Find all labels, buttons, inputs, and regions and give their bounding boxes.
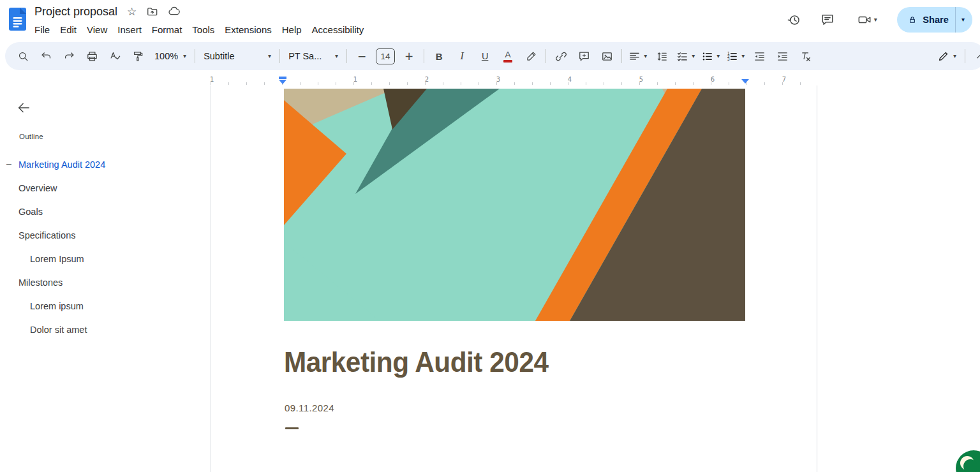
outline-heading: Outline bbox=[19, 133, 43, 140]
menu-item[interactable]: Format bbox=[147, 22, 188, 37]
version-history-button[interactable] bbox=[781, 6, 808, 33]
font-family-select[interactable]: PT Sa... ▾ bbox=[283, 46, 343, 66]
outline-item[interactable]: – Marketing Audit 2024 bbox=[19, 152, 204, 176]
ruler[interactable]: 1 1234567 bbox=[0, 75, 980, 85]
minus-icon: − bbox=[357, 51, 366, 62]
toolbar-separator bbox=[195, 49, 195, 63]
indent-decrease-icon bbox=[754, 50, 766, 63]
menubar: FileEditViewInsertFormatToolsExtensionsH… bbox=[29, 22, 369, 37]
menu-item[interactable]: Extensions bbox=[219, 22, 276, 37]
print-icon bbox=[86, 50, 98, 63]
checklist-icon bbox=[676, 50, 688, 63]
outline-item[interactable]: Dolor sit amet bbox=[30, 318, 204, 341]
add-comment-button[interactable] bbox=[572, 46, 595, 66]
decrease-font-size-button[interactable]: − bbox=[350, 46, 373, 66]
doc-title[interactable]: Project proposal bbox=[34, 5, 117, 18]
bold-icon: B bbox=[436, 51, 443, 62]
share-dropdown-button[interactable]: ▾ bbox=[956, 7, 972, 33]
paint-format-button[interactable] bbox=[126, 46, 149, 66]
comments-button[interactable] bbox=[814, 6, 841, 33]
meet-button[interactable]: ▾ bbox=[847, 6, 887, 33]
numbered-list-button[interactable]: 123 ▾ bbox=[723, 46, 748, 66]
comment-add-icon bbox=[578, 50, 590, 63]
undo-button[interactable] bbox=[34, 46, 57, 66]
cloud-status-icon[interactable] bbox=[168, 5, 181, 18]
pencil-icon bbox=[937, 50, 949, 63]
underline-button[interactable]: U bbox=[473, 46, 496, 66]
close-outline-button[interactable] bbox=[17, 101, 31, 115]
align-select[interactable]: ▾ bbox=[625, 46, 650, 66]
line-spacing-button[interactable] bbox=[650, 46, 673, 66]
plus-icon: + bbox=[405, 51, 413, 62]
back-arrow-icon bbox=[17, 101, 31, 115]
share-label: Share bbox=[923, 15, 949, 25]
menu-item[interactable]: View bbox=[82, 22, 112, 37]
outline-item-label: Goals bbox=[19, 207, 43, 217]
editing-mode-button[interactable]: ▾ bbox=[932, 46, 961, 66]
menu-item[interactable]: Accessibility bbox=[307, 22, 369, 37]
redo-button[interactable] bbox=[57, 46, 80, 66]
title-area: Project proposal ☆ FileEditViewInsertFor… bbox=[34, 3, 369, 37]
chevron-down-icon: ▾ bbox=[335, 53, 338, 59]
active-item-dash: – bbox=[6, 158, 11, 168]
outline-panel: Outline – Marketing Audit 2024 Overview … bbox=[0, 85, 210, 472]
document-divider-dash bbox=[285, 427, 299, 429]
star-icon[interactable]: ☆ bbox=[127, 6, 137, 17]
paragraph-style-select[interactable]: Subtitle ▾ bbox=[198, 46, 276, 66]
chevron-down-icon: ▾ bbox=[183, 53, 186, 59]
chevron-down-icon: ▾ bbox=[874, 17, 877, 23]
document-title[interactable]: Marketing Audit 2024 bbox=[284, 346, 548, 379]
font-size-input[interactable]: 14 bbox=[376, 48, 395, 64]
chevron-down-icon: ▾ bbox=[692, 53, 695, 59]
menu-item[interactable]: Edit bbox=[55, 22, 82, 37]
increase-indent-button[interactable] bbox=[771, 46, 794, 66]
menu-item[interactable]: Tools bbox=[187, 22, 219, 37]
menu-item[interactable]: Insert bbox=[112, 22, 147, 37]
text-color-button[interactable]: A bbox=[496, 46, 519, 66]
spellcheck-button[interactable] bbox=[103, 46, 126, 66]
move-folder-icon[interactable] bbox=[146, 6, 158, 18]
outline-item[interactable]: Lorem ipsum bbox=[30, 294, 204, 318]
highlight-color-button[interactable] bbox=[519, 46, 542, 66]
outline-list: – Marketing Audit 2024 Overview Goals Sp… bbox=[19, 152, 204, 341]
document-date[interactable]: 09.11.2024 bbox=[285, 402, 334, 413]
paint-roller-icon bbox=[132, 50, 144, 63]
outline-item[interactable]: Goals bbox=[19, 200, 204, 223]
toolbar-separator bbox=[346, 49, 347, 63]
outline-item[interactable]: Milestones bbox=[19, 270, 204, 294]
redo-icon bbox=[63, 50, 75, 63]
share-button[interactable]: Share ▾ bbox=[897, 7, 972, 33]
cover-image[interactable] bbox=[284, 89, 745, 321]
search-menus-button[interactable] bbox=[11, 46, 34, 66]
menu-item[interactable]: File bbox=[29, 22, 55, 37]
header-actions: ▾ Share ▾ bbox=[781, 6, 972, 33]
chevron-down-icon: ▾ bbox=[741, 53, 745, 59]
insert-link-button[interactable] bbox=[549, 46, 572, 66]
clear-format-icon bbox=[799, 50, 812, 63]
increase-font-size-button[interactable]: + bbox=[397, 46, 420, 66]
insert-image-button[interactable] bbox=[595, 46, 618, 66]
bulleted-list-button[interactable]: ▾ bbox=[698, 46, 723, 66]
document-page[interactable]: Marketing Audit 2024 09.11.2024 bbox=[211, 85, 817, 472]
toolbar-separator bbox=[279, 49, 280, 63]
docs-logo[interactable] bbox=[9, 8, 26, 31]
menu-item[interactable]: Help bbox=[277, 22, 307, 37]
outline-item[interactable]: Lorem Ipsum bbox=[30, 247, 204, 270]
hide-menus-button[interactable] bbox=[969, 46, 980, 66]
page-border-left bbox=[211, 85, 211, 472]
clear-formatting-button[interactable] bbox=[794, 46, 817, 66]
checklist-button[interactable]: ▾ bbox=[673, 46, 698, 66]
outline-item[interactable]: Overview bbox=[19, 176, 204, 200]
outline-item[interactable]: Specifications bbox=[19, 223, 204, 247]
right-indent-marker[interactable] bbox=[741, 79, 749, 84]
zoom-select[interactable]: 100% ▾ bbox=[149, 46, 191, 66]
svg-text:3: 3 bbox=[727, 57, 730, 61]
document-canvas: Marketing Audit 2024 09.11.2024 bbox=[210, 85, 980, 472]
italic-button[interactable]: I bbox=[450, 46, 473, 66]
spellcheck-icon bbox=[109, 50, 121, 63]
bold-button[interactable]: B bbox=[427, 46, 450, 66]
decrease-indent-button[interactable] bbox=[748, 46, 771, 66]
print-button[interactable] bbox=[80, 46, 103, 66]
google-docs-app: Project proposal ☆ FileEditViewInsertFor… bbox=[0, 0, 980, 472]
left-indent-marker[interactable] bbox=[279, 77, 286, 84]
